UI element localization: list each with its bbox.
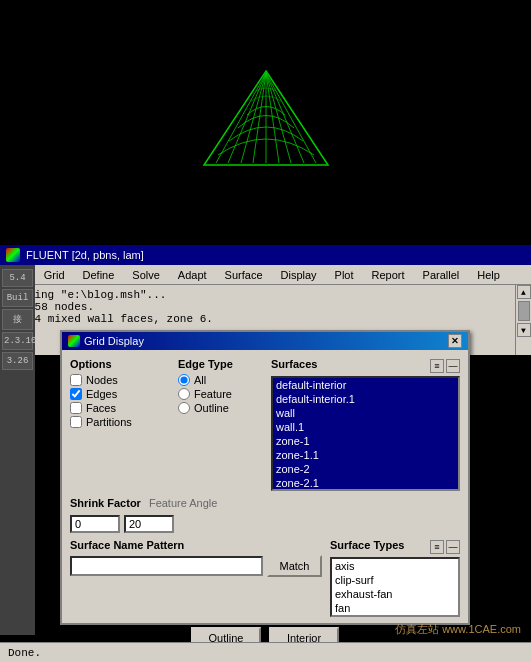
menu-report[interactable]: Report: [368, 268, 409, 282]
outline-radio-row: Outline: [178, 402, 263, 414]
partitions-checkbox-row: Partitions: [70, 416, 170, 428]
fluent-titlebar: FLUENT [2d, pbns, lam]: [0, 245, 531, 265]
console-line-2: 158 nodes.: [8, 301, 523, 313]
edges-checkbox[interactable]: [70, 388, 82, 400]
menu-grid[interactable]: Grid: [40, 268, 69, 282]
scroll-up-btn[interactable]: ▲: [517, 285, 531, 299]
surfaces-list-icons: ≡ —: [430, 359, 460, 373]
sidebar-panel-4[interactable]: 2.3.10: [2, 332, 33, 350]
surfaces-header: Surfaces ≡ —: [271, 358, 460, 374]
surface-type-item-1[interactable]: clip-surf: [332, 573, 458, 587]
all-radio-row: All: [178, 374, 263, 386]
svg-line-2: [216, 73, 266, 163]
feature-radio[interactable]: [178, 388, 190, 400]
surface-name-pattern-label: Surface Name Pattern: [70, 539, 322, 551]
options-group: Options Nodes Edges Faces Partitions: [70, 358, 170, 491]
dialog-close-button[interactable]: ✕: [448, 334, 462, 348]
surfaces-label: Surfaces: [271, 358, 317, 370]
mesh-visualization: [196, 63, 336, 183]
options-label: Options: [70, 358, 170, 370]
menu-plot[interactable]: Plot: [331, 268, 358, 282]
shrink-factor-row: Shrink Factor Feature Angle: [70, 497, 460, 509]
menu-display[interactable]: Display: [277, 268, 321, 282]
sidebar-panel-3[interactable]: 接: [2, 309, 33, 330]
dialog-bottom-section: Surface Name Pattern Match Surface Types…: [70, 539, 460, 617]
faces-checkbox[interactable]: [70, 402, 82, 414]
match-button[interactable]: Match: [267, 555, 322, 577]
surface-types-group: Surface Types ≡ — axis clip-surf exhaust…: [330, 539, 460, 617]
menu-solve[interactable]: Solve: [128, 268, 164, 282]
faces-label: Faces: [86, 402, 116, 414]
feature-radio-row: Feature: [178, 388, 263, 400]
surface-name-pattern-group: Surface Name Pattern Match: [70, 539, 322, 617]
faces-checkbox-row: Faces: [70, 402, 170, 414]
surfaces-list[interactable]: default-interior default-interior.1 wall…: [271, 376, 460, 491]
partitions-checkbox[interactable]: [70, 416, 82, 428]
sidebar-panel-1[interactable]: 5.4: [2, 269, 33, 287]
outline-radio[interactable]: [178, 402, 190, 414]
nodes-checkbox[interactable]: [70, 374, 82, 386]
dialog-body: Options Nodes Edges Faces Partitions: [62, 350, 468, 657]
feature-label: Feature: [194, 388, 232, 400]
svg-line-10: [266, 73, 316, 163]
watermark: 仿真左站 www.1CAE.com: [395, 622, 521, 637]
shrink-inputs-row: [70, 515, 460, 533]
edge-type-label: Edge Type: [178, 358, 263, 370]
grid-display-dialog: Grid Display ✕ Options Nodes Edges Face: [60, 330, 470, 625]
sidebar-panel-2[interactable]: Buil: [2, 289, 33, 307]
surface-types-list[interactable]: axis clip-surf exhaust-fan fan: [330, 557, 460, 617]
menu-adapt[interactable]: Adapt: [174, 268, 211, 282]
canvas-area: [0, 0, 531, 245]
scroll-down-btn[interactable]: ▼: [517, 323, 531, 337]
status-bar: Done.: [0, 642, 531, 662]
surface-item-5[interactable]: zone-1.1: [273, 448, 458, 462]
dialog-title-left: Grid Display: [68, 335, 144, 347]
nodes-label: Nodes: [86, 374, 118, 386]
left-sidebar: 5.4 Buil 接 2.3.10 3.26: [0, 265, 35, 635]
surface-type-item-2[interactable]: exhaust-fan: [332, 587, 458, 601]
menu-define[interactable]: Define: [79, 268, 119, 282]
feature-angle-input[interactable]: [124, 515, 174, 533]
surfaces-icon-1[interactable]: ≡: [430, 359, 444, 373]
edges-checkbox-row: Edges: [70, 388, 170, 400]
surface-name-pattern-input[interactable]: [70, 556, 263, 576]
console-line-3: 24 mixed wall faces, zone 6.: [8, 313, 523, 325]
menu-surface[interactable]: Surface: [221, 268, 267, 282]
surface-type-item-0[interactable]: axis: [332, 559, 458, 573]
edges-label: Edges: [86, 388, 117, 400]
surface-types-icon-1[interactable]: ≡: [430, 540, 444, 554]
surface-item-0[interactable]: default-interior: [273, 378, 458, 392]
surface-types-icon-2[interactable]: —: [446, 540, 460, 554]
surfaces-icon-2[interactable]: —: [446, 359, 460, 373]
surface-types-label: Surface Types: [330, 539, 404, 551]
edge-type-group: Edge Type All Feature Outline: [178, 358, 263, 491]
surface-item-1[interactable]: default-interior.1: [273, 392, 458, 406]
partitions-label: Partitions: [86, 416, 132, 428]
status-text: Done.: [8, 647, 41, 659]
all-radio[interactable]: [178, 374, 190, 386]
surface-types-header: Surface Types ≡ —: [330, 539, 460, 555]
surface-item-4[interactable]: zone-1: [273, 434, 458, 448]
scroll-thumb[interactable]: [518, 301, 530, 321]
name-pattern-input-row: Match: [70, 555, 322, 577]
surface-item-6[interactable]: zone-2: [273, 462, 458, 476]
surface-item-7[interactable]: zone-2.1: [273, 476, 458, 490]
surfaces-group: Surfaces ≡ — default-interior default-in…: [271, 358, 460, 491]
menu-bar: File Grid Define Solve Adapt Surface Dis…: [0, 265, 531, 285]
menu-parallel[interactable]: Parallel: [419, 268, 464, 282]
menu-help[interactable]: Help: [473, 268, 504, 282]
surface-type-item-3[interactable]: fan: [332, 601, 458, 615]
console-scrollbar[interactable]: ▲ ▼: [515, 285, 531, 355]
nodes-checkbox-row: Nodes: [70, 374, 170, 386]
svg-line-9: [266, 73, 304, 163]
surface-item-3[interactable]: wall.1: [273, 420, 458, 434]
shrink-factor-input[interactable]: [70, 515, 120, 533]
fluent-app-icon: [6, 248, 20, 262]
fluent-title: FLUENT [2d, pbns, lam]: [26, 249, 144, 261]
feature-angle-label: Feature Angle: [149, 497, 218, 509]
svg-line-3: [228, 73, 266, 163]
sidebar-panel-5[interactable]: 3.26: [2, 352, 33, 370]
dialog-title: Grid Display: [84, 335, 144, 347]
surface-item-2[interactable]: wall: [273, 406, 458, 420]
dialog-app-icon: [68, 335, 80, 347]
